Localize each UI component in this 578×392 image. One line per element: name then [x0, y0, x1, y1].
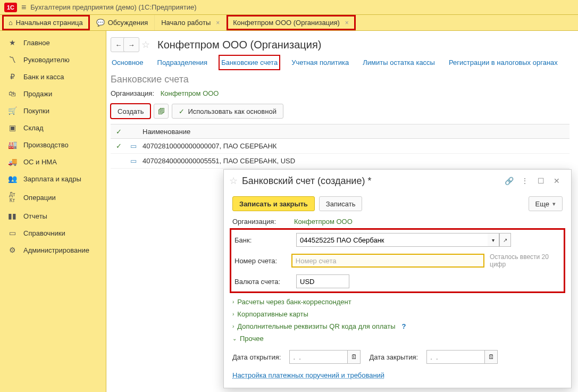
operations-icon: ДтКт: [7, 191, 17, 203]
sidebar-item-assets[interactable]: 🚚ОС и НМА: [0, 153, 106, 170]
tab-discussions[interactable]: 💬 Обсуждения: [90, 15, 155, 30]
sidebar-label: Производство: [23, 141, 69, 149]
bank-label: Банк:: [234, 236, 296, 244]
date-close-label: Дата закрытия:: [369, 353, 418, 361]
factory-icon: 🏭: [7, 140, 17, 149]
forward-button[interactable]: →: [123, 37, 139, 52]
sidebar-item-admin[interactable]: ⚙Администрирование: [0, 241, 106, 258]
col-name-header[interactable]: Наименование: [140, 128, 569, 136]
chat-icon: 💬: [96, 19, 105, 27]
save-label: Записать: [326, 200, 356, 208]
sidebar-item-payroll[interactable]: 👥Зарплата и кадры: [0, 170, 106, 187]
truck-icon: 🚚: [7, 157, 17, 166]
sidebar-label: Продажи: [23, 90, 52, 98]
sidebar-item-bank[interactable]: ₽Банк и касса: [0, 68, 106, 85]
subtab-policy[interactable]: Учетная политика: [290, 56, 350, 69]
copy-button[interactable]: 🗐: [154, 104, 169, 119]
sidebar-item-warehouse[interactable]: ▣Склад: [0, 119, 106, 136]
modal-bank-account: ☆ Банковский счет (создание) * 🔗 ⋮ ☐ ✕ З…: [223, 169, 572, 388]
sidebar-label: Склад: [23, 124, 44, 132]
titlebar: 1C ≡ Бухгалтерия предприятия (демо) (1С:…: [0, 0, 578, 15]
sidebar-item-directories[interactable]: ▭Справочники: [0, 224, 106, 241]
expand-label: Прочее: [240, 335, 264, 343]
help-icon[interactable]: ?: [402, 322, 406, 330]
tab-start-label: Начало работы: [161, 19, 211, 27]
sidebar-item-main[interactable]: ★Главное: [0, 34, 106, 51]
modal-org-label: Организация:: [232, 218, 294, 226]
tab-start[interactable]: Начало работы ×: [155, 15, 227, 30]
gear-icon: ⚙: [7, 246, 17, 254]
copy-icon: 🗐: [158, 107, 165, 115]
sidebar-item-sales[interactable]: 🛍Продажи: [0, 85, 106, 102]
bank-input[interactable]: [296, 233, 488, 247]
modal-title: Банковский счет (создание) *: [242, 176, 499, 187]
subtab-tax-reg[interactable]: Регистрации в налоговых органах: [448, 56, 559, 69]
col-check-header: ✓: [111, 128, 127, 136]
sidebar-label: Администрирование: [23, 246, 89, 254]
ruble-icon: ₽: [7, 72, 17, 81]
subtab-bank-accounts[interactable]: Банковские счета: [220, 56, 279, 69]
save-button[interactable]: Записать: [319, 196, 363, 211]
sidebar-label: ОС и НМА: [23, 158, 57, 166]
subtab-main[interactable]: Основное: [111, 56, 145, 69]
subtab-divisions[interactable]: Подразделения: [156, 56, 209, 69]
grid-row[interactable]: ✓ ▭ 40702810000000000007, ПАО СБЕРБАНК: [111, 139, 569, 154]
dropdown-button[interactable]: ▾: [488, 233, 499, 247]
row-text: 40702810000000000007, ПАО СБЕРБАНК: [140, 142, 569, 150]
number-label: Номер счета:: [234, 257, 291, 265]
expand-label: Расчеты через банк-корреспондент: [237, 298, 351, 306]
tab-org[interactable]: Конфетпром ООО (Организация) ×: [227, 15, 356, 30]
date-open-input[interactable]: [289, 350, 348, 364]
sidebar-label: Покупки: [23, 107, 49, 115]
subtab-limits[interactable]: Лимиты остатка кассы: [362, 56, 436, 69]
save-and-close-button[interactable]: Записать и закрыть: [232, 196, 315, 211]
more-button[interactable]: Еще: [529, 196, 563, 211]
date-close-input[interactable]: [426, 350, 485, 364]
sidebar-item-purchases[interactable]: 🛒Покупки: [0, 102, 106, 119]
use-as-main-button[interactable]: ✓ Использовать как основной: [172, 104, 283, 119]
number-hint: Осталось ввести 20 цифр: [490, 253, 560, 268]
link-icon[interactable]: 🔗: [503, 175, 515, 187]
close-icon[interactable]: ×: [214, 19, 220, 27]
check-icon: ✓: [179, 107, 185, 115]
close-icon[interactable]: ✕: [551, 175, 563, 187]
section-title: Банковские счета: [111, 74, 569, 85]
expand-qr[interactable]: ›Дополнительные реквизиты QR кода для оп…: [232, 320, 563, 332]
expand-correspondent[interactable]: ›Расчеты через банк-корреспондент: [232, 296, 563, 308]
sidebar-item-manager[interactable]: 〽Руководителю: [0, 51, 106, 68]
cart-icon: 🛒: [7, 106, 17, 115]
org-label: Организация:: [111, 89, 154, 97]
create-button[interactable]: Создать: [111, 104, 150, 119]
chevron-right-icon: ›: [232, 299, 234, 305]
calendar-icon[interactable]: 🗓: [485, 350, 498, 364]
tab-home-label: Начальная страница: [16, 19, 83, 27]
open-button[interactable]: ↗: [499, 233, 511, 247]
list-toolbar: Создать 🗐 ✓ Использовать как основной: [111, 104, 569, 119]
home-icon: ⌂: [9, 19, 13, 27]
main-tabs: ⌂ Начальная страница 💬 Обсуждения Начало…: [0, 15, 578, 31]
favorite-star-icon[interactable]: ☆: [141, 39, 150, 51]
expand-label: Корпоративные карты: [237, 310, 308, 318]
grid-row[interactable]: ▭ 40702840000000005551, ПАО СБЕРБАНК, US…: [111, 154, 569, 169]
sidebar-item-operations[interactable]: ДтКтОперации: [0, 187, 106, 207]
more-icon[interactable]: ⋮: [519, 175, 531, 187]
payment-settings-link[interactable]: Настройка платежных поручений и требован…: [232, 371, 384, 379]
favorite-star-icon[interactable]: ☆: [229, 175, 238, 187]
sidebar-label: Главное: [23, 39, 50, 47]
calendar-icon[interactable]: 🗓: [348, 350, 361, 364]
bars-icon: ▮▮: [7, 212, 17, 220]
org-value: Конфетпром ООО: [161, 89, 219, 97]
account-number-input[interactable]: [291, 254, 484, 268]
expand-cards[interactable]: ›Корпоративные карты: [232, 308, 563, 320]
sidebar-item-production[interactable]: 🏭Производство: [0, 136, 106, 153]
expand-other[interactable]: ⌄Прочее: [232, 332, 563, 345]
expand-label: Дополнительные реквизиты QR кода для опл…: [237, 322, 395, 330]
sidebar-item-reports[interactable]: ▮▮Отчеты: [0, 207, 106, 224]
close-icon[interactable]: ×: [343, 19, 349, 27]
sidebar: ★Главное 〽Руководителю ₽Банк и касса 🛍Пр…: [0, 31, 106, 392]
tab-home[interactable]: ⌂ Начальная страница: [2, 15, 90, 30]
logo-1c: 1C: [4, 3, 17, 12]
menu-hamburger-icon[interactable]: ≡: [21, 3, 26, 12]
maximize-icon[interactable]: ☐: [535, 175, 547, 187]
currency-input[interactable]: [296, 274, 349, 288]
